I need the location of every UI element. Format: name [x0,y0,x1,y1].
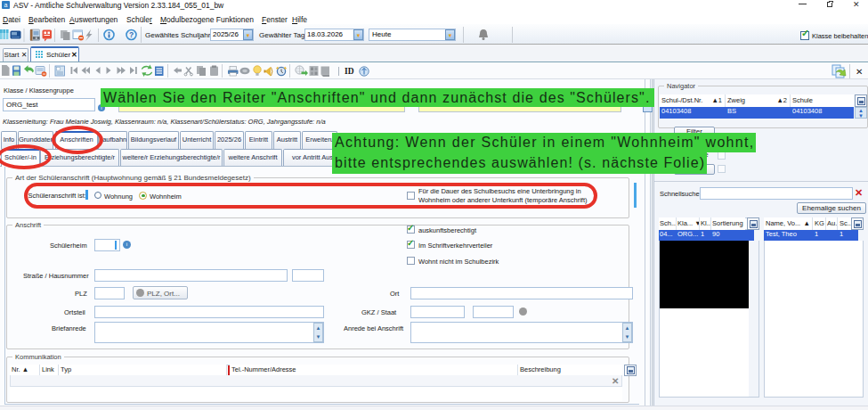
svg-text:?: ? [129,30,134,39]
svg-text:✕: ✕ [856,67,863,77]
svg-text:ID: ID [345,67,354,76]
